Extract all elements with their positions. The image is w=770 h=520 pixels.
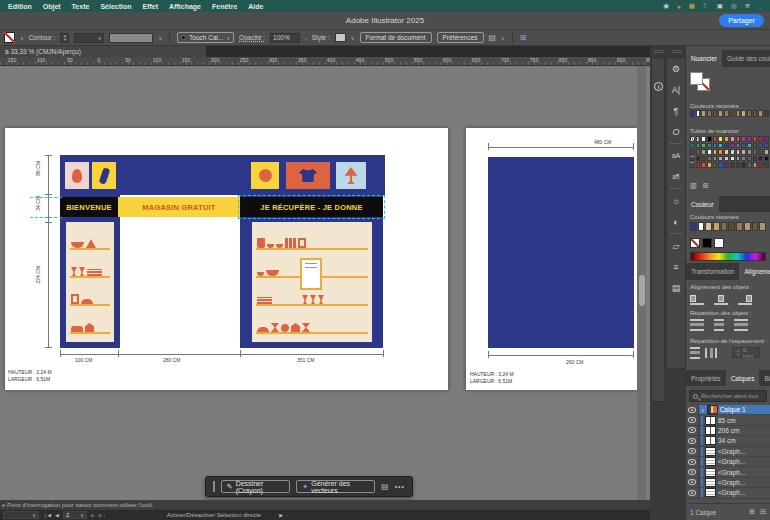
chevron-down-icon[interactable]: ∨ bbox=[501, 35, 505, 41]
chevron-right-icon[interactable]: › bbox=[305, 35, 307, 41]
swatch[interactable] bbox=[707, 143, 712, 149]
swatch[interactable] bbox=[696, 110, 701, 117]
layer-name[interactable]: 85 cm bbox=[718, 417, 736, 424]
symbols-panel-icon[interactable]: ▱ bbox=[667, 235, 685, 256]
color-swap-icon[interactable]: ● bbox=[677, 3, 681, 10]
fill-stroke-proxy-icon[interactable] bbox=[4, 32, 15, 43]
menu-edition[interactable]: Edition bbox=[8, 3, 32, 10]
swatch[interactable] bbox=[724, 110, 729, 117]
tile-clock[interactable] bbox=[251, 162, 279, 189]
stroke-weight-stepper[interactable]: ▲▼ bbox=[60, 33, 69, 43]
swatch[interactable] bbox=[736, 149, 741, 155]
menu-objet[interactable]: Objet bbox=[43, 3, 61, 10]
swatch[interactable] bbox=[690, 162, 695, 168]
apps-grid-icon[interactable]: ▦ bbox=[689, 2, 695, 10]
vertical-spacing-icon[interactable] bbox=[690, 347, 700, 359]
menu-sélection[interactable]: Sélection bbox=[100, 3, 131, 10]
swatch[interactable] bbox=[764, 156, 769, 162]
visibility-eye-icon[interactable] bbox=[686, 457, 699, 466]
document-setup-button[interactable]: Format de document bbox=[360, 32, 432, 43]
layer-thumbnail[interactable] bbox=[705, 416, 716, 425]
swatch[interactable] bbox=[741, 143, 746, 149]
draw-pencil-button[interactable]: ✎ Dessiner (Crayon) bbox=[221, 480, 291, 493]
swatch[interactable] bbox=[758, 143, 763, 149]
white-swatch[interactable] bbox=[714, 238, 724, 248]
layer-row[interactable]: <Graph... bbox=[686, 478, 770, 488]
first-artboard-icon[interactable]: ❘◀ bbox=[43, 512, 51, 518]
wifi-icon[interactable]: ≋ bbox=[745, 2, 750, 10]
swatch[interactable] bbox=[759, 222, 766, 231]
swatch[interactable] bbox=[744, 222, 751, 231]
swatch[interactable] bbox=[764, 110, 769, 117]
swatch[interactable] bbox=[724, 162, 729, 168]
swatch[interactable] bbox=[747, 162, 752, 168]
zoom-select[interactable]: ∨ bbox=[3, 511, 39, 519]
collapse-icon[interactable]: ‹ bbox=[287, 512, 289, 518]
record-icon[interactable]: ◉ bbox=[663, 2, 669, 10]
swatch[interactable] bbox=[718, 110, 723, 117]
swatch[interactable] bbox=[696, 136, 701, 142]
magasin-band[interactable]: MAGASIN GRATUIT bbox=[118, 197, 240, 217]
swatch[interactable] bbox=[718, 162, 723, 168]
swatch[interactable] bbox=[690, 136, 695, 142]
swatch[interactable] bbox=[701, 162, 706, 168]
tab-nuancier[interactable]: Nuancier bbox=[686, 50, 722, 67]
layer-thumbnail[interactable] bbox=[705, 468, 716, 477]
none-swatch[interactable] bbox=[690, 238, 700, 248]
swatch[interactable] bbox=[758, 149, 763, 155]
delete-layer-icon[interactable]: ⊟ bbox=[760, 508, 766, 516]
share-button[interactable]: Partager bbox=[719, 14, 764, 27]
artboard-2[interactable]: 480 CM 260 CM HAUTEUR : 3,24 M LARGEUR :… bbox=[466, 128, 637, 390]
fill-proxy-swatch[interactable] bbox=[690, 72, 703, 85]
swatch[interactable] bbox=[718, 136, 723, 142]
tile-vase[interactable] bbox=[65, 162, 89, 189]
recupere-band[interactable]: JE RÉCUPÈRE - JE DONNE bbox=[240, 197, 383, 217]
visibility-eye-icon[interactable] bbox=[686, 426, 699, 435]
swatch[interactable] bbox=[713, 156, 718, 162]
blue-panel[interactable] bbox=[488, 157, 634, 348]
brush-select[interactable]: Touch Cal... ∨ bbox=[177, 32, 234, 43]
swatch[interactable] bbox=[696, 162, 701, 168]
layer-row[interactable]: <Graph... bbox=[686, 457, 770, 467]
layer-row[interactable]: <Graph... bbox=[686, 447, 770, 457]
swatch[interactable] bbox=[701, 156, 706, 162]
swatch[interactable] bbox=[724, 136, 729, 142]
layer-thumbnail[interactable] bbox=[705, 426, 716, 435]
layer-row[interactable]: 85 cm bbox=[686, 415, 770, 425]
layer-row[interactable]: ∨Calque 1 bbox=[686, 405, 770, 415]
layer-row[interactable]: 34 cm bbox=[686, 436, 770, 446]
layer-row[interactable]: <Graph... bbox=[686, 467, 770, 477]
swatch[interactable] bbox=[701, 143, 706, 149]
layer-row[interactable]: <Graph... bbox=[686, 488, 770, 498]
black-swatch[interactable] bbox=[702, 238, 712, 248]
swatch[interactable] bbox=[690, 143, 695, 149]
tab-proprietes[interactable]: Propriétés bbox=[686, 370, 726, 386]
last-artboard-icon[interactable]: ▶❘ bbox=[99, 512, 107, 518]
swatch[interactable] bbox=[690, 156, 695, 162]
color-spectrum-bar[interactable] bbox=[690, 252, 766, 261]
target-icon[interactable]: ◎ bbox=[731, 2, 737, 10]
layer-thumbnail[interactable] bbox=[705, 436, 716, 445]
cloud-document-icon[interactable]: ⊞ bbox=[520, 33, 527, 42]
distribute-center-icon[interactable] bbox=[714, 319, 724, 331]
swatch[interactable] bbox=[707, 136, 712, 142]
swatch[interactable] bbox=[730, 136, 735, 142]
opentype-panel-icon[interactable]: O bbox=[667, 121, 685, 142]
swatch[interactable] bbox=[718, 149, 723, 155]
swatch[interactable] bbox=[721, 222, 728, 231]
swatch[interactable] bbox=[736, 222, 743, 231]
stroke-panel-icon[interactable]: ≡ bbox=[667, 256, 685, 277]
swatch[interactable] bbox=[747, 149, 752, 155]
swatch[interactable] bbox=[713, 149, 718, 155]
layer-name[interactable]: 206 cm bbox=[718, 427, 739, 434]
layer-name[interactable]: <Graph... bbox=[718, 458, 745, 465]
new-swatch-icon[interactable]: ⊞ bbox=[703, 182, 709, 190]
more-options-icon[interactable]: ••• bbox=[395, 483, 405, 490]
tab-transformation[interactable]: Transformation bbox=[686, 263, 739, 280]
layer-name[interactable]: <Graph... bbox=[718, 489, 745, 496]
settings-icon[interactable]: ▤ bbox=[381, 482, 389, 491]
tab-couleur[interactable]: Couleur bbox=[686, 196, 719, 212]
distribute-top-icon[interactable] bbox=[690, 319, 704, 331]
swatch[interactable] bbox=[705, 222, 712, 231]
swatch-libraries-icon[interactable]: ▥ bbox=[690, 182, 697, 190]
